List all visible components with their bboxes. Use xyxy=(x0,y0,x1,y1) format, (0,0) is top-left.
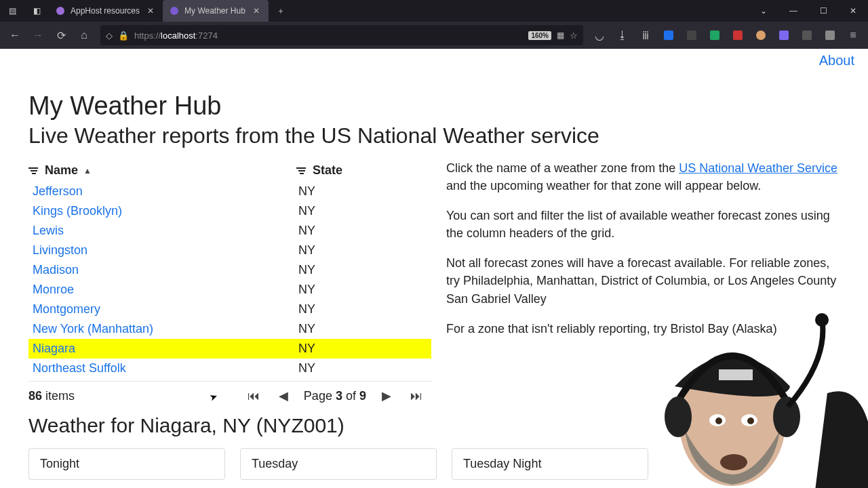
table-row: JeffersonNY xyxy=(28,182,431,201)
table-row: MonroeNY xyxy=(28,280,431,300)
table-row: LivingstonNY xyxy=(28,241,431,260)
zone-state: NY xyxy=(298,361,427,375)
svg-point-7 xyxy=(715,418,722,424)
pocket-icon[interactable]: ◡ xyxy=(589,24,610,46)
bookmark-star-icon[interactable]: ☆ xyxy=(570,30,578,41)
lock-icon: 🔒 xyxy=(118,30,129,41)
tab-close-icon[interactable]: ✕ xyxy=(145,5,156,16)
downloads-icon[interactable]: ⭳ xyxy=(612,24,633,46)
zone-link[interactable]: Monroe xyxy=(33,283,74,296)
ext5-icon[interactable] xyxy=(750,24,772,46)
forecast-card: Tonight xyxy=(28,448,225,480)
titlebar: ▤ ◧ AppHost resources✕My Weather Hub✕ ＋ … xyxy=(0,0,868,22)
zone-state: NY xyxy=(298,243,427,258)
svg-point-3 xyxy=(773,396,800,437)
column-header-state[interactable]: State xyxy=(296,163,431,178)
filter-icon[interactable] xyxy=(28,165,39,176)
column-state-label: State xyxy=(313,163,342,178)
table-row: MontgomeryNY xyxy=(28,300,431,319)
shield-icon: ◇ xyxy=(106,30,113,41)
tab-title: My Weather Hub xyxy=(184,6,245,16)
pager-prev-button[interactable]: ◀ xyxy=(269,388,298,403)
qr-icon[interactable]: ▦ xyxy=(557,30,564,40)
chevron-down-icon[interactable]: ⌄ xyxy=(749,0,778,22)
ext2-icon[interactable] xyxy=(681,24,703,46)
browser-tab[interactable]: AppHost resources✕ xyxy=(49,0,163,22)
pager-last-button[interactable]: ⏭ xyxy=(401,389,431,403)
filter-icon[interactable] xyxy=(296,165,307,176)
svg-point-9 xyxy=(720,454,747,470)
svg-point-4 xyxy=(815,313,829,327)
zone-state: NY xyxy=(298,263,427,277)
back-button[interactable]: ← xyxy=(4,24,26,46)
url-text: https://localhost:7274 xyxy=(134,30,523,41)
ext8-icon[interactable] xyxy=(819,24,841,46)
browser-chrome: ▤ ◧ AppHost resources✕My Weather Hub✕ ＋ … xyxy=(0,0,868,49)
ext1-icon[interactable] xyxy=(658,24,679,46)
close-window-button[interactable]: ✕ xyxy=(838,0,868,22)
pager: 86 items ⏮ ◀ Page 3 of 9 ▶ ⏭ xyxy=(28,381,431,409)
forecast-card: Tuesday xyxy=(240,448,437,480)
column-header-name[interactable]: Name ▲ xyxy=(28,163,296,178)
sidebar-toggle-icon[interactable]: ▤ xyxy=(0,0,24,22)
browser-tab[interactable]: My Weather Hub✕ xyxy=(163,0,269,22)
table-row: LewisNY xyxy=(28,221,431,241)
instructions-p3: Not all forecast zones will have a forec… xyxy=(446,254,840,307)
item-count: 86 items xyxy=(28,389,75,403)
zone-link[interactable]: New York (Manhattan) xyxy=(33,322,153,336)
zone-state: NY xyxy=(298,204,427,218)
zone-state: NY xyxy=(298,283,427,297)
zone-state: NY xyxy=(298,322,427,336)
ext7-icon[interactable] xyxy=(796,24,818,46)
tab-close-icon[interactable]: ✕ xyxy=(251,5,262,16)
zone-state: NY xyxy=(298,302,427,317)
zone-link[interactable]: Livingston xyxy=(33,243,87,257)
instructions-p2: You can sort and filter the list of avai… xyxy=(446,207,840,242)
zone-link[interactable]: Northeast Suffolk xyxy=(33,361,126,375)
zone-state: NY xyxy=(298,184,427,199)
tab-favicon xyxy=(56,6,65,16)
nws-link[interactable]: US National Weather Service xyxy=(679,161,837,175)
library-icon[interactable]: ⅲ xyxy=(635,24,656,46)
table-row: Kings (Brooklyn)NY xyxy=(28,201,431,221)
forward-button[interactable]: → xyxy=(27,24,49,46)
ext4-icon[interactable] xyxy=(727,24,749,46)
pager-label: Page 3 of 9 xyxy=(298,389,372,403)
tab-title: AppHost resources xyxy=(71,6,140,16)
zone-link[interactable]: Kings (Brooklyn) xyxy=(33,204,122,218)
page-title: My Weather Hub xyxy=(28,92,840,121)
about-link[interactable]: About xyxy=(819,53,854,68)
svg-point-8 xyxy=(747,418,754,424)
zone-link[interactable]: Madison xyxy=(33,263,79,277)
zoom-badge[interactable]: 160% xyxy=(528,31,551,40)
tab-favicon xyxy=(170,6,179,16)
column-name-label: Name xyxy=(45,163,78,178)
zone-state: NY xyxy=(298,342,427,356)
url-bar[interactable]: ◇ 🔒 https://localhost:7274 160% ▦ ☆ xyxy=(100,25,583,45)
zone-link[interactable]: Niagara xyxy=(33,342,75,355)
new-tab-button[interactable]: ＋ xyxy=(271,1,290,20)
webcam-overlay xyxy=(617,305,868,488)
table-row: Northeast SuffolkNY xyxy=(28,359,431,378)
table-row: New York (Manhattan)NY xyxy=(28,319,431,339)
menu-icon[interactable]: ≡ xyxy=(842,24,864,46)
forecast-card-title: Tuesday xyxy=(241,449,436,479)
forecast-card-title: Tonight xyxy=(29,449,224,479)
zone-link[interactable]: Montgomery xyxy=(33,302,100,316)
page-viewport: About My Weather Hub Live Weather report… xyxy=(0,49,868,488)
reload-button[interactable]: ⟳ xyxy=(50,24,72,46)
pager-next-button[interactable]: ▶ xyxy=(372,388,401,403)
page-subtitle: Live Weather reports from the US Nationa… xyxy=(28,123,840,148)
pager-first-button[interactable]: ⏮ xyxy=(239,389,269,403)
ext3-icon[interactable] xyxy=(704,24,726,46)
maximize-button[interactable]: ☐ xyxy=(808,0,838,22)
minimize-button[interactable]: — xyxy=(778,0,808,22)
sort-asc-icon: ▲ xyxy=(83,166,92,176)
navbar: ← → ⟳ ⌂ ◇ 🔒 https://localhost:7274 160% … xyxy=(0,22,868,49)
zone-link[interactable]: Jefferson xyxy=(33,184,83,198)
zone-link[interactable]: Lewis xyxy=(33,224,64,237)
home-button[interactable]: ⌂ xyxy=(73,24,95,46)
recent-icon[interactable]: ◧ xyxy=(24,0,49,22)
zone-state: NY xyxy=(298,224,427,238)
ext6-icon[interactable] xyxy=(773,24,795,46)
